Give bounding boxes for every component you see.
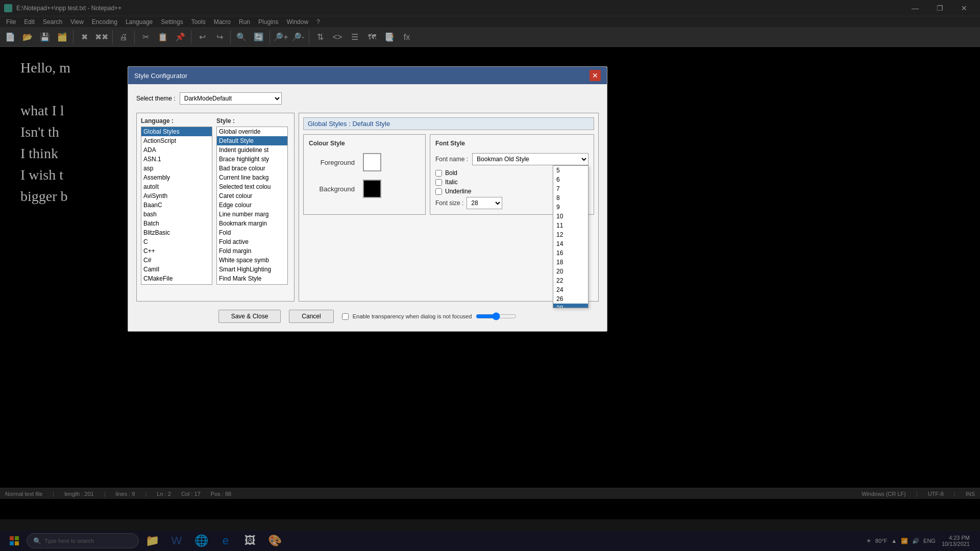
lang-item-csharp[interactable]: C# <box>141 256 212 265</box>
theme-select[interactable]: DarkModeDefault Default Zenburn Deep Bla… <box>180 92 282 105</box>
foreground-label: Foreground <box>309 159 355 166</box>
dialog-buttons: Save & Close Cancel Enable transparency … <box>136 310 599 323</box>
theme-label: Select theme : <box>136 95 176 102</box>
font-size-dropdown[interactable]: 5 6 7 8 9 10 11 12 14 16 18 20 2 <box>553 165 589 308</box>
size-14[interactable]: 14 <box>553 239 588 248</box>
cancel-button[interactable]: Cancel <box>289 310 333 323</box>
lang-item-actionscript[interactable]: ActionScript <box>141 136 212 145</box>
lang-item-cobol[interactable]: COBOL <box>141 283 212 285</box>
language-label: Language : <box>141 117 212 124</box>
size-18[interactable]: 18 <box>553 258 588 267</box>
lang-item-assembly[interactable]: Assembly <box>141 173 212 182</box>
size-9[interactable]: 9 <box>553 203 588 212</box>
style-item-smart-highlighting[interactable]: Smart HighLighting <box>217 265 287 274</box>
style-item-bookmark[interactable]: Bookmark margin <box>217 219 287 228</box>
size-5[interactable]: 5 <box>553 166 588 175</box>
size-26[interactable]: 26 <box>553 294 588 304</box>
underline-checkbox[interactable] <box>435 188 442 195</box>
size-10[interactable]: 10 <box>553 212 588 221</box>
lang-style-panel: Language : Global Styles ActionScript AD… <box>136 113 295 302</box>
colour-style-box: Colour Style Foreground Background <box>303 134 426 215</box>
lang-item-bash[interactable]: bash <box>141 210 212 219</box>
transparency-row: Enable transparency when dialog is not f… <box>342 312 517 320</box>
font-style-label: Font Style <box>435 140 589 147</box>
dialog-body: Select theme : DarkModeDefault Default Z… <box>128 84 607 331</box>
bold-label: Bold <box>445 169 457 177</box>
dialog-close-button[interactable]: ✕ <box>590 70 601 81</box>
style-label: Style : <box>216 117 288 124</box>
style-item-mark-style-1[interactable]: Mark Style 1 <box>217 283 287 285</box>
size-11[interactable]: 11 <box>553 221 588 230</box>
lang-item-c[interactable]: C <box>141 237 212 246</box>
config-inner: Colour Style Foreground Background Font … <box>303 134 594 215</box>
style-item-bad-brace[interactable]: Bad brace colour <box>217 164 287 173</box>
panels-row: Language : Global Styles ActionScript AD… <box>136 113 599 302</box>
lang-item-baanc[interactable]: BaanC <box>141 201 212 210</box>
lang-item-global-styles[interactable]: Global Styles <box>141 127 212 136</box>
panel-cols: Language : Global Styles ActionScript AD… <box>141 117 290 285</box>
underline-label: Underline <box>445 188 471 195</box>
style-item-selected-text[interactable]: Selected text colou <box>217 182 287 191</box>
style-item-caret[interactable]: Caret colour <box>217 191 287 201</box>
colour-style-label: Colour Style <box>309 140 420 147</box>
style-item-fold-active[interactable]: Fold active <box>217 237 287 246</box>
style-item-global-override[interactable]: Global override <box>217 127 287 136</box>
lang-item-ada[interactable]: ADA <box>141 145 212 155</box>
size-8[interactable]: 8 <box>553 193 588 203</box>
save-close-button[interactable]: Save & Close <box>218 310 281 323</box>
dialog-titlebar: Style Configurator ✕ <box>128 67 607 84</box>
italic-label: Italic <box>445 179 458 186</box>
bold-checkbox[interactable] <box>435 170 442 177</box>
lang-item-avisynth[interactable]: AviSynth <box>141 191 212 201</box>
style-configurator-dialog: Style Configurator ✕ Select theme : Dark… <box>128 66 607 332</box>
language-col: Language : Global Styles ActionScript AD… <box>141 117 212 285</box>
size-7[interactable]: 7 <box>553 184 588 193</box>
lang-item-asp[interactable]: asp <box>141 164 212 173</box>
size-6[interactable]: 6 <box>553 175 588 184</box>
lang-item-cpp[interactable]: C++ <box>141 246 212 256</box>
lang-item-asn1[interactable]: ASN.1 <box>141 155 212 164</box>
panel-title: Global Styles : Default Style <box>303 117 594 130</box>
lang-item-camli[interactable]: CamlI <box>141 265 212 274</box>
language-list[interactable]: Global Styles ActionScript ADA ASN.1 asp… <box>141 127 212 285</box>
style-item-indent-guideline[interactable]: Indent guideline st <box>217 145 287 155</box>
style-item-edge[interactable]: Edge colour <box>217 201 287 210</box>
style-item-default-style[interactable]: Default Style <box>217 136 287 145</box>
transparency-checkbox[interactable] <box>342 313 349 320</box>
font-name-select[interactable]: Bookman Old Style Arial Courier New Time… <box>472 153 589 165</box>
foreground-swatch[interactable] <box>363 153 381 171</box>
style-item-find-mark[interactable]: Find Mark Style <box>217 274 287 283</box>
italic-checkbox[interactable] <box>435 179 442 186</box>
font-style-box: Font Style Font name : Bookman Old Style… <box>430 134 594 215</box>
size-22[interactable]: 22 <box>553 276 588 285</box>
lang-item-autoit[interactable]: autoIt <box>141 182 212 191</box>
transparency-slider[interactable] <box>476 312 517 320</box>
style-item-fold[interactable]: Fold <box>217 228 287 237</box>
lang-item-blitzbasic[interactable]: BlitzBasic <box>141 228 212 237</box>
style-item-fold-margin[interactable]: Fold margin <box>217 246 287 256</box>
background-swatch[interactable] <box>363 180 381 198</box>
style-config-panel: Global Styles : Default Style Colour Sty… <box>299 113 599 302</box>
font-name-row: Font name : Bookman Old Style Arial Cour… <box>435 153 589 165</box>
transparency-label: Enable transparency when dialog is not f… <box>353 313 472 319</box>
style-item-white-space[interactable]: White space symb <box>217 256 287 265</box>
lang-item-cmake[interactable]: CMakeFile <box>141 274 212 283</box>
style-item-line-number[interactable]: Line number marg <box>217 210 287 219</box>
size-12[interactable]: 12 <box>553 230 588 239</box>
size-28[interactable]: 28 <box>553 304 588 308</box>
theme-row: Select theme : DarkModeDefault Default Z… <box>136 92 599 105</box>
style-list[interactable]: Global override Default Style Indent gui… <box>216 127 288 285</box>
background-label: Background <box>309 185 355 193</box>
lang-item-batch[interactable]: Batch <box>141 219 212 228</box>
size-20[interactable]: 20 <box>553 267 588 276</box>
size-24[interactable]: 24 <box>553 285 588 294</box>
size-16[interactable]: 16 <box>553 248 588 258</box>
font-name-label: Font name : <box>435 156 468 163</box>
foreground-row: Foreground <box>309 153 420 171</box>
style-item-brace-highlight[interactable]: Brace highlight sty <box>217 155 287 164</box>
style-col: Style : Global override Default Style In… <box>216 117 288 285</box>
font-size-select[interactable]: 28 <box>467 197 502 209</box>
style-item-current-line[interactable]: Current line backg <box>217 173 287 182</box>
background-row: Background <box>309 180 420 198</box>
font-size-label: Font size : <box>435 199 463 207</box>
